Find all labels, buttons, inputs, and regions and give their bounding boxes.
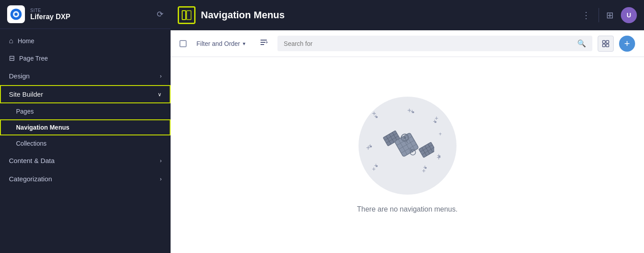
svg-rect-11 [606, 44, 609, 47]
add-icon: + [624, 38, 630, 49]
site-name: Liferay DXP [30, 13, 151, 21]
filter-dropdown-icon: ▾ [243, 41, 245, 47]
svg-rect-4 [187, 11, 191, 20]
search-icon: 🔍 [577, 39, 586, 48]
content-data-section-left: Content & Data [9, 157, 55, 164]
svg-rect-3 [182, 11, 186, 20]
apps-grid-icon[interactable]: ⊞ [603, 7, 617, 23]
empty-state: + + + + + + + + [171, 57, 644, 253]
categorization-section-left: Categorization [9, 175, 52, 183]
sidebar-item-page-tree[interactable]: ⊟ Page Tree [0, 49, 171, 67]
content-data-chevron-icon: › [160, 158, 162, 164]
sidebar-item-categorization[interactable]: Categorization › [0, 170, 171, 188]
topbar-actions: ⋮ ⊞ U [577, 7, 637, 23]
settings-icon[interactable]: ⟳ [157, 9, 163, 19]
collections-label: Collections [16, 140, 46, 147]
home-icon: ⌂ [9, 37, 13, 45]
svg-rect-9 [606, 41, 609, 43]
search-wrapper: 🔍 [277, 36, 592, 51]
site-builder-section-left: Site Builder [9, 90, 43, 98]
categorization-chevron-icon: › [160, 176, 162, 182]
topbar: Navigation Menus ⋮ ⊞ U [171, 0, 644, 30]
page-tree-icon: ⊟ [9, 54, 15, 62]
empty-message: There are no navigation menus. [357, 205, 458, 213]
sidebar: SITE Liferay DXP ⟳ ⌂ Home ⊟ Page Tree De… [0, 0, 171, 253]
sort-button[interactable] [255, 36, 272, 51]
sidebar-item-site-builder[interactable]: Site Builder ∨ [0, 85, 171, 103]
content-data-label: Content & Data [9, 157, 55, 164]
sidebar-item-content-data[interactable]: Content & Data › [0, 151, 171, 170]
sidebar-item-pages[interactable]: Pages [0, 103, 171, 119]
svg-point-2 [15, 13, 18, 16]
sidebar-item-collections[interactable]: Collections [0, 135, 171, 151]
design-chevron-icon: › [160, 73, 162, 79]
filterbar: Filter and Order ▾ 🔍 + [171, 30, 644, 57]
site-builder-chevron-icon: ∨ [158, 91, 162, 98]
navigation-menus-label: Navigation Menus [16, 124, 69, 131]
site-info: SITE Liferay DXP [30, 8, 151, 21]
search-input[interactable] [284, 40, 574, 47]
sidebar-nav: ⌂ Home ⊟ Page Tree Design › Site Builder… [0, 29, 171, 192]
design-label: Design [9, 72, 30, 80]
categorization-label: Categorization [9, 175, 52, 183]
topbar-divider [599, 8, 599, 22]
more-options-icon[interactable]: ⋮ [577, 7, 595, 23]
main-content: Navigation Menus ⋮ ⊞ U Filter and Order … [171, 0, 644, 253]
view-grid-button[interactable] [598, 36, 614, 52]
add-button[interactable]: + [619, 36, 635, 52]
sidebar-item-design[interactable]: Design › [0, 67, 171, 85]
site-builder-label: Site Builder [9, 90, 43, 98]
svg-rect-10 [603, 44, 605, 47]
pages-label: Pages [16, 108, 34, 115]
avatar[interactable]: U [621, 7, 637, 23]
site-logo [7, 5, 25, 23]
topbar-title: Navigation Menus [201, 9, 572, 21]
site-label: SITE [30, 8, 151, 13]
empty-illustration: + + + + + + + + [359, 97, 457, 195]
nav-menus-icon-box [178, 6, 196, 24]
filter-order-button[interactable]: Filter and Order ▾ [192, 37, 250, 50]
design-section-left: Design [9, 72, 30, 80]
sidebar-item-home[interactable]: ⌂ Home [0, 33, 171, 49]
svg-rect-8 [603, 41, 605, 43]
sidebar-item-page-tree-label: Page Tree [19, 55, 48, 62]
sidebar-item-navigation-menus[interactable]: Navigation Menus [0, 119, 171, 135]
filter-order-label: Filter and Order [196, 40, 240, 47]
sidebar-header: SITE Liferay DXP ⟳ [0, 0, 171, 29]
select-all-checkbox[interactable] [179, 40, 187, 47]
sidebar-item-home-label: Home [18, 37, 34, 45]
stars-decoration: + + + + + + + + [359, 97, 457, 195]
